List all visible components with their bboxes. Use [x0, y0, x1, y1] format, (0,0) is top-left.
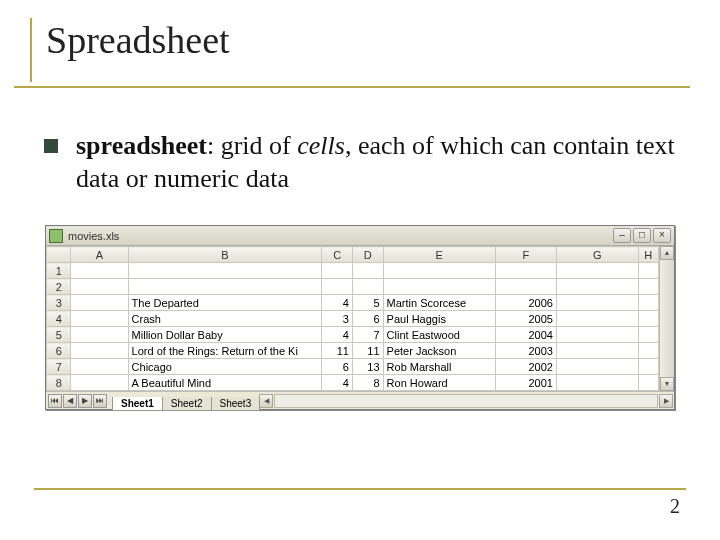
cell[interactable] [383, 279, 495, 295]
col-header-G[interactable]: G [556, 247, 638, 263]
scroll-right-icon[interactable]: ▶ [659, 394, 673, 408]
cell[interactable]: 11 [352, 343, 383, 359]
cell[interactable] [495, 279, 556, 295]
cell[interactable] [556, 327, 638, 343]
cell[interactable]: 8 [352, 375, 383, 391]
cell[interactable]: 7 [352, 327, 383, 343]
cell[interactable]: 2004 [495, 327, 556, 343]
spreadsheet-grid[interactable]: A B C D E F G H 1 [46, 246, 659, 391]
cell[interactable] [556, 343, 638, 359]
cell[interactable] [638, 359, 658, 375]
cell[interactable] [128, 263, 322, 279]
tab-nav-first-icon[interactable]: ⏮ [48, 394, 62, 408]
cell[interactable]: The Departed [128, 295, 322, 311]
cell[interactable]: 4 [322, 295, 353, 311]
cell[interactable] [383, 263, 495, 279]
cell[interactable] [638, 279, 658, 295]
row-header[interactable]: 3 [47, 295, 71, 311]
scroll-up-icon[interactable]: ▲ [660, 246, 674, 260]
horizontal-scrollbar[interactable]: ◀ ▶ [259, 392, 674, 409]
scroll-left-icon[interactable]: ◀ [259, 394, 273, 408]
cell[interactable]: Ron Howard [383, 375, 495, 391]
cell[interactable]: Lord of the Rings: Return of the Ki [128, 343, 322, 359]
cell[interactable]: Crash [128, 311, 322, 327]
row-header[interactable]: 6 [47, 343, 71, 359]
cell[interactable]: 4 [322, 327, 353, 343]
cell[interactable]: 4 [322, 375, 353, 391]
cell[interactable]: 2002 [495, 359, 556, 375]
row-header[interactable]: 5 [47, 327, 71, 343]
cell[interactable] [556, 263, 638, 279]
cell[interactable] [71, 359, 128, 375]
cell[interactable] [71, 311, 128, 327]
cell[interactable]: 3 [322, 311, 353, 327]
cell[interactable] [352, 279, 383, 295]
cell[interactable]: Million Dollar Baby [128, 327, 322, 343]
cell[interactable] [71, 279, 128, 295]
cell[interactable]: Peter Jackson [383, 343, 495, 359]
tab-nav-prev-icon[interactable]: ◀ [63, 394, 77, 408]
maximize-button[interactable]: □ [633, 228, 651, 243]
cell[interactable] [556, 279, 638, 295]
cell[interactable] [71, 343, 128, 359]
col-header-A[interactable]: A [71, 247, 128, 263]
col-header-F[interactable]: F [495, 247, 556, 263]
row-header[interactable]: 2 [47, 279, 71, 295]
cell[interactable] [71, 327, 128, 343]
minimize-button[interactable]: – [613, 228, 631, 243]
tab-sheet1[interactable]: Sheet1 [112, 397, 163, 411]
cell[interactable]: Rob Marshall [383, 359, 495, 375]
hscroll-track[interactable] [274, 394, 658, 408]
col-header-H[interactable]: H [638, 247, 658, 263]
col-header-B[interactable]: B [128, 247, 322, 263]
col-header-D[interactable]: D [352, 247, 383, 263]
cell[interactable] [638, 343, 658, 359]
vertical-scrollbar[interactable]: ▲ ▼ [659, 246, 674, 391]
cell[interactable] [638, 327, 658, 343]
tab-sheet3[interactable]: Sheet3 [211, 397, 261, 411]
col-header-C[interactable]: C [322, 247, 353, 263]
cell[interactable] [71, 375, 128, 391]
cell[interactable]: 6 [352, 311, 383, 327]
cell[interactable] [638, 295, 658, 311]
cell[interactable]: Martin Scorcese [383, 295, 495, 311]
cell[interactable]: 2001 [495, 375, 556, 391]
tab-sheet2[interactable]: Sheet2 [162, 397, 212, 411]
corner-cell[interactable] [47, 247, 71, 263]
cell[interactable] [638, 263, 658, 279]
row-header[interactable]: 8 [47, 375, 71, 391]
cell[interactable] [128, 279, 322, 295]
cell[interactable] [556, 311, 638, 327]
window-titlebar[interactable]: movies.xls – □ × [46, 226, 674, 246]
cell[interactable]: Paul Haggis [383, 311, 495, 327]
cell[interactable]: Clint Eastwood [383, 327, 495, 343]
cell[interactable] [638, 375, 658, 391]
cell[interactable] [495, 263, 556, 279]
row-header[interactable]: 4 [47, 311, 71, 327]
cell[interactable]: 11 [322, 343, 353, 359]
cell[interactable] [71, 295, 128, 311]
cell[interactable] [638, 311, 658, 327]
cell[interactable] [556, 359, 638, 375]
col-header-E[interactable]: E [383, 247, 495, 263]
cell[interactable]: 2005 [495, 311, 556, 327]
scroll-down-icon[interactable]: ▼ [660, 377, 674, 391]
close-button[interactable]: × [653, 228, 671, 243]
cell[interactable] [556, 375, 638, 391]
cell[interactable]: 13 [352, 359, 383, 375]
tab-nav-last-icon[interactable]: ⏭ [93, 394, 107, 408]
cell[interactable]: 6 [322, 359, 353, 375]
cell[interactable]: 2006 [495, 295, 556, 311]
row-header[interactable]: 1 [47, 263, 71, 279]
cell[interactable] [322, 263, 353, 279]
cell[interactable] [71, 263, 128, 279]
row-header[interactable]: 7 [47, 359, 71, 375]
cell[interactable] [322, 279, 353, 295]
cell[interactable]: 2003 [495, 343, 556, 359]
cell[interactable]: A Beautiful Mind [128, 375, 322, 391]
tab-nav-next-icon[interactable]: ▶ [78, 394, 92, 408]
cell[interactable]: 5 [352, 295, 383, 311]
cell[interactable]: Chicago [128, 359, 322, 375]
cell[interactable] [556, 295, 638, 311]
cell[interactable] [352, 263, 383, 279]
